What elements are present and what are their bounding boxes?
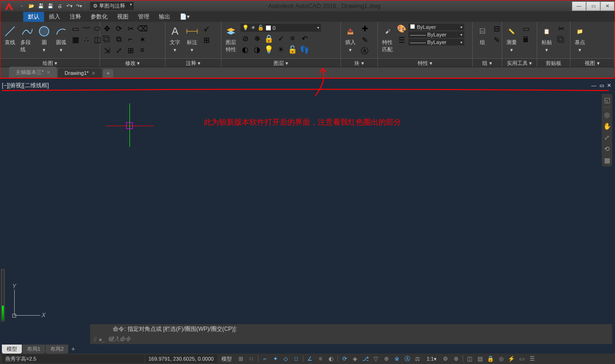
explode-icon[interactable]: ✶ (138, 35, 147, 44)
cut-icon[interactable]: ✂ (556, 24, 566, 33)
layout-tab-1[interactable]: 布局1 (22, 345, 45, 354)
minimize-button[interactable]: — (572, 1, 586, 11)
insert-block-button[interactable]: 📥 插入▾ (343, 24, 358, 54)
point-icon[interactable]: ∴ (82, 35, 91, 44)
autoscale-icon[interactable]: Ⓐ (403, 355, 412, 363)
snap-icon[interactable]: ∷ (247, 355, 256, 363)
mirror-icon[interactable]: ⧉ (114, 35, 123, 44)
tab-view[interactable]: 视图 (112, 12, 133, 22)
group-edit-icon[interactable]: ✎ (492, 35, 501, 45)
layer-on-icon[interactable]: 💡 (264, 45, 274, 54)
annotation-scale-icon[interactable]: ⚖ (413, 355, 422, 363)
panel-title-group[interactable]: 组 ▾ (473, 58, 502, 67)
text-button[interactable]: A 文字▾ (167, 24, 183, 54)
color-dropdown[interactable]: ByLayer (408, 24, 464, 30)
clean-screen-icon[interactable]: ▭ (517, 355, 527, 363)
gizmo-icon[interactable]: ⊕ (382, 355, 391, 363)
drawing-canvas[interactable]: [−][俯视][二维线框] — ▭ ✕ 此为较新版本软件打开后的界面，注意看我红… (0, 80, 615, 344)
close-icon[interactable]: ✕ (92, 71, 95, 76)
panel-title-modify[interactable]: 修改 ▾ (100, 58, 165, 67)
tab-annotate[interactable]: 注释 (65, 12, 86, 22)
copy-icon[interactable]: ⿻ (102, 35, 111, 44)
layer-props-button[interactable]: 图层 特性 (223, 24, 239, 54)
tab-insert[interactable]: 插入 (44, 12, 65, 22)
move-icon[interactable]: ✥ (102, 24, 111, 33)
layer-freeze-icon[interactable]: ❄ (252, 34, 262, 43)
steering-wheel-icon[interactable]: ◎ (603, 110, 611, 119)
transparency-icon[interactable]: ◐ (326, 355, 336, 363)
isolate-icon[interactable]: ◎ (496, 355, 506, 363)
layout-tab-2[interactable]: 布局2 (46, 345, 68, 354)
lineweight-dropdown[interactable]: ——— ByLayer (408, 31, 464, 38)
viewport-label[interactable]: [−][俯视][二维线框] (2, 82, 49, 90)
lineweight-icon[interactable]: ≡ (316, 355, 325, 363)
polar-icon[interactable]: ✦ (271, 355, 280, 363)
linetype-dropdown[interactable]: ——— ByLayer (408, 39, 464, 46)
dimension-button[interactable]: 标注▾ (184, 24, 200, 54)
open-icon[interactable]: 📂 (27, 2, 36, 10)
new-tab-button[interactable]: + (103, 69, 113, 78)
group-button[interactable]: ⿳ 组 (475, 24, 490, 47)
layer-lock-icon[interactable]: 🔒 (264, 34, 274, 43)
array-icon[interactable]: ⊞ (126, 46, 135, 55)
spline-icon[interactable]: 〰 (82, 24, 91, 33)
erase-icon[interactable]: ⌫ (138, 24, 147, 33)
layer-unlock-icon[interactable]: 🔓 (288, 45, 297, 54)
redo-icon[interactable]: ↷▾ (74, 2, 83, 10)
leader-icon[interactable]: ↙ (202, 24, 211, 33)
layer-walk-icon[interactable]: 👣 (300, 45, 309, 54)
scale-icon[interactable]: ⤢ (114, 46, 123, 55)
select-icon[interactable]: ▭ (521, 24, 531, 33)
stretch-icon[interactable]: ⇲ (102, 46, 111, 55)
rectangle-icon[interactable]: ▭ (71, 24, 80, 33)
basepoint-button[interactable]: 📁 基点▾ (572, 24, 587, 54)
units-icon[interactable]: ◫ (465, 355, 475, 363)
grid-icon[interactable]: ⊞ (236, 355, 246, 363)
otrack-icon[interactable]: ∠ (305, 355, 315, 363)
new-icon[interactable]: ▫ (18, 2, 26, 10)
vp-maximize-icon[interactable]: ▭ (599, 82, 604, 89)
status-space[interactable]: 模型 (218, 355, 235, 363)
annotation-monitor-icon[interactable]: ⊕ (451, 355, 461, 363)
orbit-icon[interactable]: ⟲ (603, 145, 611, 153)
layer-make-current-icon[interactable]: ✓ (276, 34, 285, 43)
plot-icon[interactable]: 🖨 (55, 2, 64, 10)
vp-minimize-icon[interactable]: — (591, 82, 597, 89)
hatch-icon[interactable]: ▦ (71, 35, 80, 44)
layer-uniso-icon[interactable]: ◑ (252, 45, 262, 54)
close-icon[interactable]: ✕ (46, 70, 50, 75)
match-props-button[interactable]: 🖌 特性 匹配 (380, 24, 395, 54)
isodraft-icon[interactable]: ◇ (281, 355, 291, 363)
tab-manage[interactable]: 管理 (133, 12, 154, 22)
file-tab-active[interactable]: Drawing1*✕ (58, 68, 102, 78)
panel-title-clip[interactable]: 剪贴板 (537, 58, 570, 67)
3dosnap-icon[interactable]: ◈ (350, 355, 360, 363)
add-layout-button[interactable]: + (69, 345, 77, 353)
panel-title-draw[interactable]: 绘图 ▾ (0, 58, 100, 67)
maximize-button[interactable]: ▭ (586, 1, 600, 11)
annotation-visibility-icon[interactable]: ※ (392, 355, 402, 363)
panel-title-view[interactable]: 视图 ▾ (570, 58, 614, 67)
rotate-icon[interactable]: ⟳ (114, 24, 123, 33)
layer-iso-icon[interactable]: ◐ (240, 45, 250, 54)
offset-icon[interactable]: ≡ (138, 46, 147, 55)
layout-tab-model[interactable]: 模型 (2, 345, 22, 354)
close-button[interactable]: ✕ (600, 1, 615, 11)
block-create-icon[interactable]: ✚ (360, 24, 369, 33)
panel-title-props[interactable]: 特性 ▾ (378, 58, 472, 67)
hardware-accel-icon[interactable]: ⚡ (507, 355, 516, 363)
osnap-icon[interactable]: □ (292, 355, 301, 363)
arc-button[interactable]: 圆弧▾ (54, 24, 69, 54)
customize-icon[interactable]: ☰ (528, 355, 537, 363)
undo-icon[interactable]: ↶▾ (65, 2, 73, 10)
grip-icon[interactable]: ⣿ (93, 337, 96, 342)
command-line[interactable]: ⣿ ▸_ 键入命令 (90, 334, 612, 344)
quick-props-icon[interactable]: ▤ (476, 355, 485, 363)
tab-addons[interactable]: 📄▾ (175, 12, 194, 21)
layer-dropdown[interactable]: 💡 ☀ 🔓 0 ▾ (240, 24, 321, 32)
calc-icon[interactable]: 🖩 (521, 35, 531, 45)
circle-button[interactable]: 圆▾ (37, 24, 52, 54)
selection-cycling-icon[interactable]: ⟳ (340, 355, 349, 363)
workspace-dropdown[interactable]: ⚙ 草图与注释 (90, 2, 134, 10)
block-attr-icon[interactable]: Ⓐ (360, 46, 369, 56)
